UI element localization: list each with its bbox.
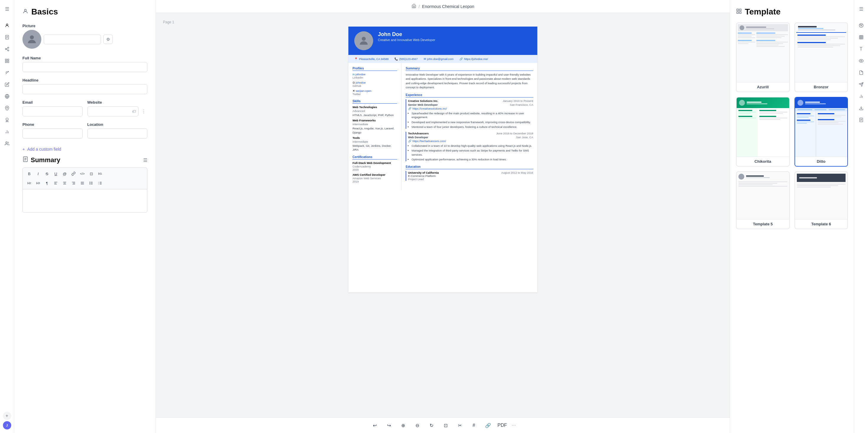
more-options-button[interactable]: ⋯ xyxy=(512,423,516,428)
phone-input[interactable]: (555) 123-4567 xyxy=(23,128,83,139)
template-ditto[interactable]: Ditto xyxy=(795,97,848,167)
right-download-icon[interactable] xyxy=(856,103,867,113)
align-center-button[interactable] xyxy=(61,179,69,187)
summary-menu-icon[interactable]: ☰ xyxy=(143,157,147,163)
share-nav-icon[interactable] xyxy=(2,44,12,54)
certificate-nav-icon[interactable] xyxy=(2,115,12,125)
github-link[interactable]: johndoe xyxy=(356,81,366,84)
grid-nav-icon[interactable] xyxy=(2,56,12,66)
chikorita-thumb xyxy=(737,97,789,156)
linkedin-link[interactable]: johndoe xyxy=(355,73,366,76)
resume-profiles-section: Profiles in johndoe LinkedIn ⊙ johndoe G… xyxy=(352,66,397,96)
svg-line-8 xyxy=(6,49,8,50)
resume-location: 📍 Pleasantville, CA 94588 xyxy=(354,57,389,61)
template-azurill[interactable]: Azurill xyxy=(736,23,790,92)
document-nav-icon[interactable] xyxy=(2,32,12,42)
svg-rect-63 xyxy=(860,35,863,39)
location-nav-icon[interactable] xyxy=(2,103,12,113)
users-nav-icon[interactable] xyxy=(2,138,12,149)
mention-button[interactable]: @ xyxy=(61,170,69,178)
resume-email: ✉ john.doe@gmail.com xyxy=(424,57,454,61)
right-text-icon[interactable]: T xyxy=(856,44,867,54)
redo-button[interactable]: ↪ xyxy=(384,421,394,430)
code-button[interactable]: </> xyxy=(78,170,87,178)
unordered-list-button[interactable] xyxy=(87,179,95,187)
full-name-input[interactable]: John Doe xyxy=(23,62,147,72)
wand-nav-icon[interactable] xyxy=(2,67,12,78)
toolbar-row-2: H2 H3 ¶ xyxy=(25,179,104,187)
template-6[interactable]: Template 6 xyxy=(795,171,848,229)
svg-rect-11 xyxy=(7,59,9,61)
strikethrough-button[interactable]: S xyxy=(43,170,51,178)
right-palette-icon[interactable] xyxy=(856,20,867,31)
crop-button[interactable]: ✂ xyxy=(455,421,464,430)
bold-button[interactable]: B xyxy=(25,170,33,178)
template-chikorita[interactable]: Chikorita xyxy=(736,97,790,167)
template-bronzor[interactable]: Bronzor xyxy=(795,23,848,92)
fullscreen-button[interactable]: ⊡ xyxy=(441,421,450,430)
phone-location-row: Phone (555) 123-4567 Location Pleasantvi… xyxy=(23,122,147,139)
underline-button[interactable]: U xyxy=(52,170,60,178)
right-settings-icon[interactable] xyxy=(856,115,867,125)
doc-icon xyxy=(23,156,28,164)
align-right-button[interactable] xyxy=(69,179,78,187)
website-menu-button[interactable]: ⋮ xyxy=(140,108,147,115)
phone-label: Phone xyxy=(23,122,83,127)
block-button[interactable]: ⊡ xyxy=(87,170,95,178)
right-eye-icon[interactable] xyxy=(856,56,867,66)
home-icon[interactable] xyxy=(411,4,416,9)
right-chart-icon[interactable] xyxy=(856,91,867,102)
profile-github: ⊙ johndoe GitHub xyxy=(352,81,397,87)
location-section: Location Pleasantville, CA 945 xyxy=(87,122,148,139)
pdf-button[interactable]: PDF xyxy=(497,421,507,430)
template-title-section: Template xyxy=(736,7,848,17)
pencil-nav-icon[interactable] xyxy=(2,79,12,90)
ordered-list-button[interactable]: 123 xyxy=(96,179,104,187)
exp2-bullets: Collaborated in a team of 10 to develop … xyxy=(411,144,533,161)
template-grid-icon xyxy=(736,8,742,16)
email-input[interactable]: john.doe@gmail.com xyxy=(23,106,83,116)
h2-button[interactable]: H2 xyxy=(25,179,33,187)
translate-nav-icon[interactable] xyxy=(2,91,12,102)
rotate-button[interactable]: ↻ xyxy=(427,421,436,430)
person-nav-icon[interactable] xyxy=(2,20,12,31)
justify-button[interactable] xyxy=(78,179,87,187)
hash-button[interactable]: # xyxy=(469,421,478,430)
align-left-button[interactable] xyxy=(52,179,60,187)
undo-button[interactable]: ↩ xyxy=(370,421,379,430)
right-toggle-icon[interactable]: ☰ xyxy=(856,4,867,14)
sidebar-toggle-icon[interactable]: ☰ xyxy=(2,4,12,14)
location-input[interactable]: Pleasantville, CA 945 xyxy=(87,128,148,139)
website-section: Website https://johndo 🏷 ⋮ xyxy=(87,100,148,116)
right-table-icon[interactable] xyxy=(856,32,867,42)
preview-header: / Enormous Chemical Leopon xyxy=(156,0,730,13)
summary-editor[interactable] xyxy=(23,189,147,213)
svg-point-47 xyxy=(90,184,90,184)
skill-tools: Tools Intermediate Webpack, Git, Jenkins… xyxy=(352,136,397,152)
website-tag-icon[interactable]: 🏷 xyxy=(132,109,136,114)
experience-2: TechAdvancers June 2016 to December 2018… xyxy=(406,132,533,161)
twitter-link[interactable]: weijian-open xyxy=(356,89,371,92)
template-5[interactable]: Template 5 xyxy=(736,171,790,229)
add-custom-field-button[interactable]: + Add a custom field xyxy=(23,144,147,154)
preview-scroll[interactable]: Page 1 John Doe Creative and Innovative … xyxy=(156,13,730,417)
cert-1: Full-Stack Web Development CodeAcademy 2… xyxy=(352,161,397,171)
chart-nav-icon[interactable] xyxy=(2,126,12,137)
italic-button[interactable]: I xyxy=(34,170,42,178)
picture-url-input[interactable]: https://i.imgur.com/HgwyOuJ.jpg xyxy=(44,34,101,44)
headline-input[interactable]: Creative and Innovative Web Developer xyxy=(23,84,147,94)
right-share-icon[interactable] xyxy=(856,79,867,90)
h1-button[interactable]: H1 xyxy=(96,170,104,178)
user-avatar[interactable]: J xyxy=(3,421,11,429)
h3-button[interactable]: H3 xyxy=(34,179,42,187)
picture-settings-button[interactable]: ⚙ xyxy=(103,34,113,44)
location-label: Location xyxy=(87,122,148,127)
link-button[interactable] xyxy=(69,170,78,178)
right-document-icon[interactable] xyxy=(856,67,867,78)
zoom-out-button[interactable]: ⊖ xyxy=(412,421,422,430)
website-input[interactable]: https://johndo xyxy=(87,106,139,116)
paragraph-button[interactable]: ¶ xyxy=(43,179,51,187)
add-resume-button[interactable]: + xyxy=(3,412,11,420)
link-tool-button[interactable]: 🔗 xyxy=(483,421,493,430)
zoom-in-button[interactable]: ⊕ xyxy=(398,421,408,430)
